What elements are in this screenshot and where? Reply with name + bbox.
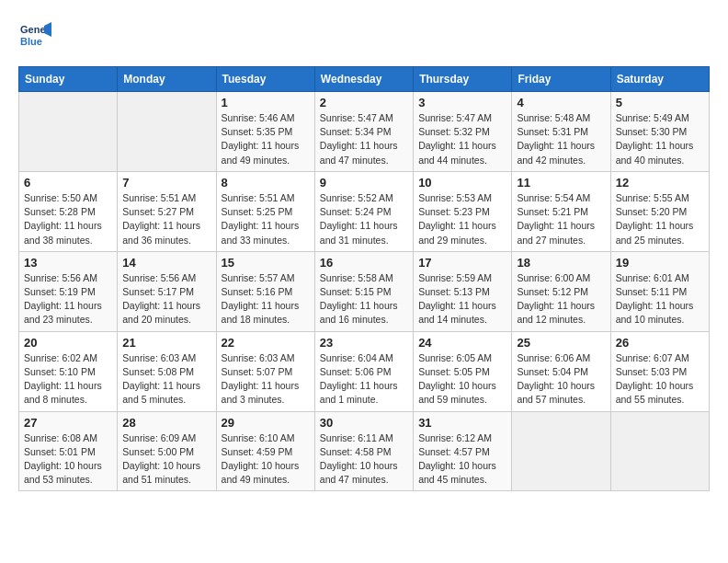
day-number: 27 — [24, 416, 112, 430]
calendar-cell: 8Sunrise: 5:51 AM Sunset: 5:25 PM Daylig… — [216, 171, 314, 251]
day-info: Sunrise: 5:58 AM Sunset: 5:15 PM Dayligh… — [320, 271, 408, 327]
calendar-cell: 14Sunrise: 5:56 AM Sunset: 5:17 PM Dayli… — [118, 251, 216, 331]
day-info: Sunrise: 6:05 AM Sunset: 5:05 PM Dayligh… — [418, 351, 506, 408]
day-info: Sunrise: 5:46 AM Sunset: 5:35 PM Dayligh… — [222, 111, 310, 167]
day-info: Sunrise: 5:59 AM Sunset: 5:13 PM Dayligh… — [418, 271, 506, 327]
page-header: General Blue — [18, 18, 710, 52]
day-info: Sunrise: 5:48 AM Sunset: 5:31 PM Dayligh… — [517, 111, 605, 167]
calendar-cell: 1Sunrise: 5:46 AM Sunset: 5:35 PM Daylig… — [216, 92, 314, 172]
calendar-cell — [610, 411, 709, 491]
day-info: Sunrise: 6:02 AM Sunset: 5:10 PM Dayligh… — [24, 351, 112, 408]
day-info: Sunrise: 5:51 AM Sunset: 5:25 PM Dayligh… — [222, 191, 310, 247]
calendar-cell: 23Sunrise: 6:04 AM Sunset: 5:06 PM Dayli… — [314, 331, 413, 411]
day-number: 24 — [418, 336, 506, 350]
calendar-cell — [118, 92, 216, 172]
day-number: 11 — [517, 176, 605, 190]
day-number: 22 — [222, 336, 310, 350]
day-number: 21 — [122, 336, 210, 350]
day-number: 9 — [320, 176, 408, 190]
calendar-cell: 12Sunrise: 5:55 AM Sunset: 5:20 PM Dayli… — [610, 171, 709, 251]
day-info: Sunrise: 5:47 AM Sunset: 5:34 PM Dayligh… — [320, 111, 408, 167]
day-info: Sunrise: 6:07 AM Sunset: 5:03 PM Dayligh… — [616, 351, 704, 408]
calendar-cell: 26Sunrise: 6:07 AM Sunset: 5:03 PM Dayli… — [610, 331, 709, 411]
weekday-header-saturday: Saturday — [610, 67, 709, 92]
calendar-cell: 3Sunrise: 5:47 AM Sunset: 5:32 PM Daylig… — [414, 92, 512, 172]
day-number: 6 — [24, 176, 112, 190]
day-info: Sunrise: 5:52 AM Sunset: 5:24 PM Dayligh… — [320, 191, 408, 247]
day-info: Sunrise: 6:01 AM Sunset: 5:11 PM Dayligh… — [616, 271, 704, 327]
calendar-cell: 15Sunrise: 5:57 AM Sunset: 5:16 PM Dayli… — [216, 251, 314, 331]
calendar-cell: 21Sunrise: 6:03 AM Sunset: 5:08 PM Dayli… — [118, 331, 216, 411]
day-number: 3 — [418, 96, 506, 109]
calendar-cell: 30Sunrise: 6:11 AM Sunset: 4:58 PM Dayli… — [314, 411, 413, 491]
calendar-cell: 2Sunrise: 5:47 AM Sunset: 5:34 PM Daylig… — [314, 92, 413, 172]
day-number: 15 — [222, 256, 310, 270]
day-info: Sunrise: 5:50 AM Sunset: 5:28 PM Dayligh… — [24, 191, 112, 247]
day-info: Sunrise: 6:06 AM Sunset: 5:04 PM Dayligh… — [517, 351, 605, 408]
calendar-cell: 29Sunrise: 6:10 AM Sunset: 4:59 PM Dayli… — [216, 411, 314, 491]
day-info: Sunrise: 5:53 AM Sunset: 5:23 PM Dayligh… — [418, 191, 506, 247]
day-number: 23 — [320, 336, 408, 350]
calendar-cell: 20Sunrise: 6:02 AM Sunset: 5:10 PM Dayli… — [19, 331, 118, 411]
day-number: 5 — [616, 96, 704, 109]
weekday-header-monday: Monday — [118, 67, 216, 92]
day-number: 30 — [320, 416, 408, 430]
calendar-cell — [512, 411, 610, 491]
day-number: 4 — [517, 96, 605, 109]
calendar-table: SundayMondayTuesdayWednesdayThursdayFrid… — [18, 66, 710, 491]
day-number: 13 — [24, 256, 112, 270]
day-number: 31 — [418, 416, 506, 430]
day-info: Sunrise: 6:10 AM Sunset: 4:59 PM Dayligh… — [222, 431, 310, 488]
calendar-cell: 16Sunrise: 5:58 AM Sunset: 5:15 PM Dayli… — [314, 251, 413, 331]
day-number: 7 — [122, 176, 210, 190]
calendar-cell: 4Sunrise: 5:48 AM Sunset: 5:31 PM Daylig… — [512, 92, 610, 172]
calendar-cell: 5Sunrise: 5:49 AM Sunset: 5:30 PM Daylig… — [610, 92, 709, 172]
svg-text:Blue: Blue — [20, 36, 42, 47]
weekday-header-sunday: Sunday — [19, 67, 118, 92]
day-info: Sunrise: 6:03 AM Sunset: 5:08 PM Dayligh… — [122, 351, 210, 408]
calendar-cell: 10Sunrise: 5:53 AM Sunset: 5:23 PM Dayli… — [414, 171, 512, 251]
calendar-cell: 27Sunrise: 6:08 AM Sunset: 5:01 PM Dayli… — [19, 411, 118, 491]
calendar-cell: 18Sunrise: 6:00 AM Sunset: 5:12 PM Dayli… — [512, 251, 610, 331]
day-number: 10 — [418, 176, 506, 190]
day-info: Sunrise: 5:54 AM Sunset: 5:21 PM Dayligh… — [517, 191, 605, 247]
day-number: 1 — [222, 96, 310, 109]
day-info: Sunrise: 5:51 AM Sunset: 5:27 PM Dayligh… — [122, 191, 210, 247]
calendar-cell: 31Sunrise: 6:12 AM Sunset: 4:57 PM Dayli… — [414, 411, 512, 491]
day-number: 20 — [24, 336, 112, 350]
weekday-header-tuesday: Tuesday — [216, 67, 314, 92]
day-info: Sunrise: 6:12 AM Sunset: 4:57 PM Dayligh… — [418, 431, 506, 488]
day-number: 2 — [320, 96, 408, 109]
logo: General Blue — [18, 18, 55, 52]
day-info: Sunrise: 6:11 AM Sunset: 4:58 PM Dayligh… — [320, 431, 408, 488]
day-info: Sunrise: 6:04 AM Sunset: 5:06 PM Dayligh… — [320, 351, 408, 408]
day-number: 26 — [616, 336, 704, 350]
day-info: Sunrise: 5:57 AM Sunset: 5:16 PM Dayligh… — [222, 271, 310, 327]
calendar-cell: 22Sunrise: 6:03 AM Sunset: 5:07 PM Dayli… — [216, 331, 314, 411]
calendar-cell: 28Sunrise: 6:09 AM Sunset: 5:00 PM Dayli… — [118, 411, 216, 491]
day-number: 14 — [122, 256, 210, 270]
day-number: 29 — [222, 416, 310, 430]
calendar-cell: 17Sunrise: 5:59 AM Sunset: 5:13 PM Dayli… — [414, 251, 512, 331]
calendar-cell — [19, 92, 118, 172]
weekday-header-wednesday: Wednesday — [314, 67, 413, 92]
calendar-cell: 7Sunrise: 5:51 AM Sunset: 5:27 PM Daylig… — [118, 171, 216, 251]
day-info: Sunrise: 5:56 AM Sunset: 5:19 PM Dayligh… — [24, 271, 112, 327]
day-info: Sunrise: 5:49 AM Sunset: 5:30 PM Dayligh… — [616, 111, 704, 167]
day-number: 8 — [222, 176, 310, 190]
calendar-cell: 9Sunrise: 5:52 AM Sunset: 5:24 PM Daylig… — [314, 171, 413, 251]
day-info: Sunrise: 6:09 AM Sunset: 5:00 PM Dayligh… — [122, 431, 210, 488]
day-info: Sunrise: 5:47 AM Sunset: 5:32 PM Dayligh… — [418, 111, 506, 167]
calendar-cell: 19Sunrise: 6:01 AM Sunset: 5:11 PM Dayli… — [610, 251, 709, 331]
calendar-cell: 13Sunrise: 5:56 AM Sunset: 5:19 PM Dayli… — [19, 251, 118, 331]
calendar-cell: 25Sunrise: 6:06 AM Sunset: 5:04 PM Dayli… — [512, 331, 610, 411]
day-info: Sunrise: 6:08 AM Sunset: 5:01 PM Dayligh… — [24, 431, 112, 488]
day-number: 19 — [616, 256, 704, 270]
day-number: 25 — [517, 336, 605, 350]
day-info: Sunrise: 5:55 AM Sunset: 5:20 PM Dayligh… — [616, 191, 704, 247]
day-info: Sunrise: 6:03 AM Sunset: 5:07 PM Dayligh… — [222, 351, 310, 408]
weekday-header-thursday: Thursday — [414, 67, 512, 92]
calendar-cell: 24Sunrise: 6:05 AM Sunset: 5:05 PM Dayli… — [414, 331, 512, 411]
day-number: 16 — [320, 256, 408, 270]
calendar-cell: 11Sunrise: 5:54 AM Sunset: 5:21 PM Dayli… — [512, 171, 610, 251]
